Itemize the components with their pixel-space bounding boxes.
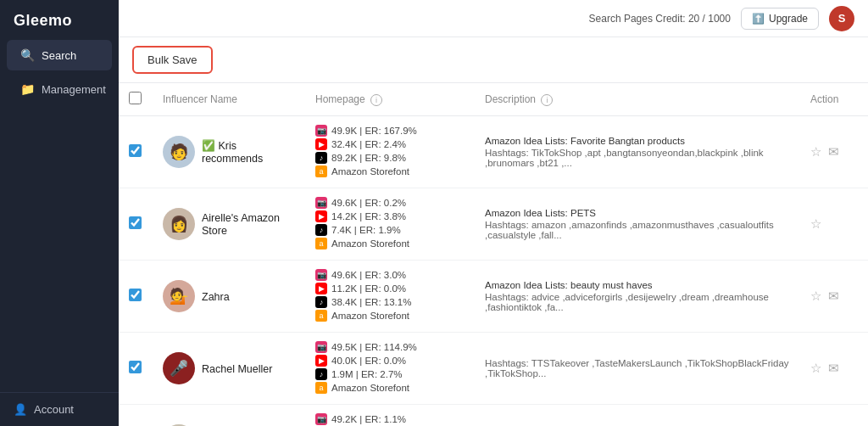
platform-row: aAmazon Storefont: [315, 165, 465, 177]
ig-icon: 📷: [315, 413, 327, 425]
hashtags: Hashtags: TikTokShop ,apt ,bangtansonyeo…: [485, 148, 790, 168]
row-checkbox[interactable]: [129, 216, 142, 229]
yt-icon: ▶: [315, 138, 327, 150]
hashtags: Hashtags: advice ,adviceforgirls ,desije…: [485, 292, 790, 312]
upgrade-button[interactable]: ⬆️ Upgrade: [741, 8, 819, 30]
ig-icon: 📷: [315, 197, 327, 209]
col-description: Description i: [475, 83, 800, 116]
message-icon[interactable]: ✉: [828, 144, 839, 160]
description-cell: Amazon Idea Lists: PETSHashtags: amazon …: [475, 188, 800, 261]
influencer-name: Zahra: [202, 291, 230, 303]
platform-row: 📷49.2K | ER: 1.1%: [315, 413, 465, 425]
amz-icon: a: [315, 310, 327, 322]
influencers-table: Influencer Name Homepage i Description i…: [119, 83, 868, 426]
table-row: 🧶 Nessa's Knots Crochet 📷49.2K | ER: 1.1…: [119, 405, 868, 427]
message-icon[interactable]: ✉: [828, 361, 839, 376]
platform-row: 📷49.6K | ER: 0.2%: [315, 197, 465, 209]
sidebar-account[interactable]: 👤 Account: [0, 392, 119, 426]
platform-row: 📷49.9K | ER: 167.9%: [315, 125, 465, 137]
user-avatar[interactable]: S: [829, 6, 854, 31]
table-row: 👩 Airelle's Amazon Store 📷49.6K | ER: 0.…: [119, 188, 868, 261]
col-homepage: Homepage i: [305, 83, 475, 116]
homepage-cell: 📷49.6K | ER: 3.0%▶11.2K | ER: 0.0%♪38.4K…: [305, 261, 475, 333]
main-content: Search Pages Credit: 20 / 1000 ⬆️ Upgrad…: [119, 0, 868, 426]
yt-icon: ▶: [315, 355, 327, 367]
star-icon[interactable]: ☆: [810, 289, 821, 304]
description-cell: Hashtags: TTSTakeover ,TasteMakersLaunch…: [475, 333, 800, 405]
platform-row: 📷49.6K | ER: 3.0%: [315, 269, 465, 281]
row-checkbox[interactable]: [129, 144, 142, 157]
tt-icon: ♪: [315, 224, 327, 236]
row-checkbox[interactable]: [129, 289, 142, 301]
homepage-cell: 📷49.5K | ER: 114.9%▶40.0K | ER: 0.0%♪1.9…: [305, 333, 475, 405]
star-icon[interactable]: ☆: [810, 216, 821, 232]
sidebar-item-management[interactable]: 📁 Management: [7, 74, 112, 104]
bulk-save-button[interactable]: Bulk Save: [132, 46, 213, 74]
description-info-icon: i: [541, 94, 553, 106]
folder-icon: 📁: [20, 82, 35, 96]
homepage-cell: 📷49.2K | ER: 1.1%▶10.6K | ER: 4.8%♪46.1K…: [305, 405, 475, 427]
avatar: 👩: [163, 208, 195, 240]
ig-icon: 📷: [315, 341, 327, 353]
avatar: 🧑: [163, 136, 195, 168]
sidebar-item-search[interactable]: 🔍 Search: [7, 40, 112, 70]
influencer-name-cell: 🧶 Nessa's Knots Crochet: [153, 405, 305, 427]
row-checkbox-cell: [119, 116, 153, 188]
influencer-name: Airelle's Amazon Store: [202, 212, 280, 237]
influencer-name-cell: 🧑 ✅ Kris recommends: [153, 116, 305, 188]
avatar: 💁: [163, 280, 195, 312]
yt-icon: ▶: [315, 210, 327, 222]
account-icon: 👤: [14, 403, 27, 416]
homepage-cell: 📷49.9K | ER: 167.9%▶32.4K | ER: 2.4%♪89.…: [305, 116, 475, 188]
avatar: 🎤: [163, 352, 195, 384]
row-checkbox-cell: [119, 333, 153, 405]
star-icon[interactable]: ☆: [810, 361, 821, 376]
platform-row: ▶14.2K | ER: 3.8%: [315, 210, 465, 222]
action-cell: ☆: [800, 188, 868, 261]
platform-row: 📷49.5K | ER: 114.9%: [315, 341, 465, 353]
ig-icon: 📷: [315, 125, 327, 137]
row-checkbox-cell: [119, 261, 153, 333]
influencer-name-cell: 🎤 Rachel Mueller: [153, 333, 305, 405]
search-icon: 🔍: [20, 48, 35, 62]
message-icon[interactable]: ✉: [828, 289, 839, 304]
platform-row: aAmazon Storefont: [315, 382, 465, 394]
col-checkbox: [119, 83, 153, 116]
action-cell: ☆: [800, 405, 868, 427]
hashtags: Hashtags: amazon ,amazonfinds ,amazonmus…: [485, 220, 790, 240]
influencer-name: Rachel Mueller: [202, 363, 272, 375]
hashtags: Hashtags: TTSTakeover ,TasteMakersLaunch…: [485, 358, 790, 378]
influencer-name-cell: 👩 Airelle's Amazon Store: [153, 188, 305, 261]
platform-row: ▶32.4K | ER: 2.4%: [315, 138, 465, 150]
yt-icon: ▶: [315, 283, 327, 294]
table-area: Bulk Save Influencer Name Homepage i: [119, 37, 868, 426]
platform-row: ♪38.4K | ER: 13.1%: [315, 296, 465, 308]
platform-row: aAmazon Storefont: [315, 310, 465, 322]
influencer-name: ✅ Kris recommends: [202, 140, 263, 165]
topbar: Search Pages Credit: 20 / 1000 ⬆️ Upgrad…: [119, 0, 868, 37]
description-cell: Amazon Idea Lists: Products I useHashtag…: [475, 405, 800, 427]
tt-icon: ♪: [315, 368, 327, 380]
amz-icon: a: [315, 238, 327, 249]
row-checkbox-cell: [119, 405, 153, 427]
platform-row: ▶40.0K | ER: 0.0%: [315, 355, 465, 367]
table-row: 🎤 Rachel Mueller 📷49.5K | ER: 114.9%▶40.…: [119, 333, 868, 405]
platform-row: ♪1.9M | ER: 2.7%: [315, 368, 465, 380]
influencer-name-cell: 💁 Zahra: [153, 261, 305, 333]
description-main: Amazon Idea Lists: PETS: [485, 208, 790, 218]
description-cell: Amazon Idea Lists: beauty must havesHash…: [475, 261, 800, 333]
table-row: 🧑 ✅ Kris recommends 📷49.9K | ER: 167.9%▶…: [119, 116, 868, 188]
platform-row: aAmazon Storefont: [315, 238, 465, 249]
description-cell: Amazon Idea Lists: Favorite Bangtan prod…: [475, 116, 800, 188]
select-all-checkbox[interactable]: [129, 92, 142, 104]
row-checkbox[interactable]: [129, 361, 142, 373]
platform-row: ▶11.2K | ER: 0.0%: [315, 283, 465, 294]
sidebar-item-management-label: Management: [42, 83, 106, 96]
platform-row: ♪7.4K | ER: 1.9%: [315, 224, 465, 236]
star-icon[interactable]: ☆: [810, 144, 821, 160]
table-header-row: Influencer Name Homepage i Description i…: [119, 83, 868, 116]
upgrade-label: Upgrade: [769, 13, 808, 25]
ig-icon: 📷: [315, 269, 327, 281]
platform-row: ♪89.2K | ER: 9.8%: [315, 152, 465, 164]
homepage-info-icon: i: [370, 94, 382, 106]
